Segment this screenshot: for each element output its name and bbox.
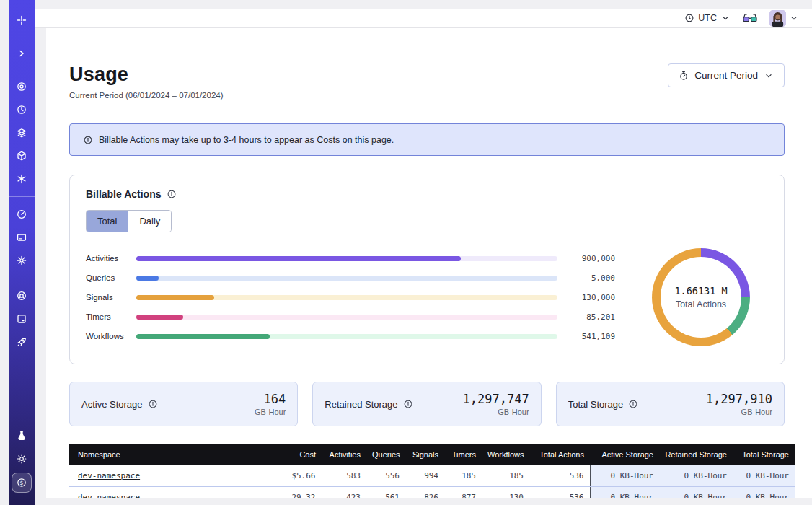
namespace-link[interactable]: dev-namespace	[78, 493, 140, 498]
total-actions-label: Total Actions	[676, 299, 726, 309]
bar-value: 5,000	[570, 273, 615, 283]
bar-label: Queries	[86, 273, 136, 282]
bar-value: 85,201	[570, 312, 615, 322]
chevron-down-icon	[764, 71, 774, 81]
tab-total[interactable]: Total	[87, 211, 128, 232]
billing-card-icon[interactable]	[12, 228, 31, 247]
total-actions-value: 1.66131 M	[674, 285, 727, 297]
storage-card-label: Total Storage	[568, 399, 624, 410]
info-icon	[83, 135, 93, 145]
avatar	[769, 10, 786, 27]
chevron-down-icon	[789, 13, 799, 23]
page-title: Usage	[69, 63, 224, 86]
total-actions-donut: 1.66131 M Total Actions	[652, 248, 750, 346]
col-active-storage: Active Storage	[590, 444, 659, 465]
billable-actions-title: Billable Actions	[86, 188, 162, 200]
bar-label: Timers	[86, 312, 136, 321]
spiral-icon[interactable]	[12, 77, 31, 96]
page-subtitle: Current Period (06/01/2024 – 07/01/2024)	[69, 91, 224, 100]
top-bar: UTC	[35, 9, 812, 28]
cube-icon[interactable]	[12, 146, 31, 165]
col-namespace: Namespace	[69, 444, 250, 465]
info-icon[interactable]	[403, 399, 413, 409]
storage-summary-row: Active Storage 164 GB-Hour Retained Stor…	[69, 382, 785, 426]
col-workflows: Workflows	[482, 444, 529, 465]
table-row: dev-namespace 29.32 423 561 826 877 130 …	[69, 487, 795, 499]
bar-value: 900,000	[570, 254, 615, 263]
temporal-logo-icon[interactable]	[12, 11, 31, 30]
storage-card-unit: GB-Hour	[706, 408, 772, 416]
chevron-down-icon	[720, 13, 731, 23]
col-total-storage: Total Storage	[733, 444, 795, 465]
col-timers: Timers	[444, 444, 482, 465]
flask-icon[interactable]	[12, 426, 31, 445]
storage-card-value: 1,297,910	[706, 392, 772, 406]
total-storage-card: Total Storage 1,297,910 GB-Hour	[556, 382, 785, 426]
info-icon[interactable]	[167, 189, 177, 199]
info-banner-text: Billable Actions may take up to 3-4 hour…	[99, 135, 394, 145]
layers-icon[interactable]	[12, 123, 31, 142]
rocket-icon[interactable]	[12, 333, 31, 351]
usage-dollar-icon[interactable]: $	[12, 473, 32, 493]
docs-icon[interactable]	[12, 309, 31, 328]
storage-card-value: 1,297,747	[463, 392, 529, 406]
billable-actions-card: Billable Actions Total Daily Activities …	[69, 175, 785, 364]
stopwatch-icon	[679, 71, 689, 81]
info-icon[interactable]	[148, 399, 158, 409]
table-row: dev-namespace $5.66 583 556 994 185 185 …	[69, 465, 795, 487]
expand-chevron-icon[interactable]	[12, 44, 31, 63]
bar-workflows: Workflows 541,109	[86, 332, 615, 341]
settings-gear-icon[interactable]	[12, 251, 31, 270]
tab-daily[interactable]: Daily	[128, 211, 171, 232]
timezone-selector[interactable]: UTC	[684, 13, 731, 23]
retained-storage-card: Retained Storage 1,297,747 GB-Hour	[312, 382, 541, 426]
period-selector-label: Current Period	[694, 70, 758, 81]
col-retained-storage: Retained Storage	[659, 444, 733, 465]
storage-card-unit: GB-Hour	[255, 408, 286, 416]
period-selector-button[interactable]: Current Period	[668, 63, 785, 87]
retry-clock-icon[interactable]	[12, 100, 31, 119]
theme-sun-icon[interactable]	[12, 449, 31, 468]
bar-value: 541,109	[570, 332, 615, 341]
bar-timers: Timers 85,201	[86, 312, 615, 322]
col-total-actions: Total Actions	[529, 444, 590, 465]
glasses-icon[interactable]	[742, 12, 758, 24]
main-panel: Usage Current Period (06/01/2024 – 07/01…	[46, 28, 812, 498]
lifebuoy-icon[interactable]	[12, 286, 31, 305]
timezone-label: UTC	[698, 13, 717, 23]
clock-icon	[684, 13, 694, 23]
bar-label: Activities	[86, 254, 136, 263]
gauge-icon[interactable]	[12, 205, 31, 224]
bar-queries: Queries 5,000	[86, 273, 615, 283]
app-sidebar: $	[9, 0, 35, 505]
bar-label: Signals	[86, 293, 136, 302]
bar-signals: Signals 130,000	[86, 293, 615, 302]
storage-card-label: Active Storage	[81, 399, 143, 410]
namespace-usage-table: Namespace Cost Activities Queries Signal…	[69, 444, 795, 498]
col-queries: Queries	[366, 444, 405, 465]
bar-label: Workflows	[86, 332, 136, 341]
info-banner: Billable Actions may take up to 3-4 hour…	[69, 123, 785, 156]
asterisk-icon[interactable]	[12, 170, 31, 188]
col-signals: Signals	[405, 444, 444, 465]
namespace-link[interactable]: dev-namespace	[78, 471, 140, 480]
table-header-row: Namespace Cost Activities Queries Signal…	[69, 444, 795, 465]
bar-activities: Activities 900,000	[86, 254, 615, 263]
billable-bar-chart: Activities 900,000 Queries 5,000 Signals…	[86, 254, 615, 341]
col-activities: Activities	[322, 444, 366, 465]
col-cost: Cost	[250, 444, 322, 465]
svg-text:$: $	[20, 480, 24, 486]
user-menu[interactable]	[769, 10, 799, 27]
bar-value: 130,000	[570, 293, 615, 302]
storage-card-label: Retained Storage	[325, 399, 397, 410]
storage-card-unit: GB-Hour	[463, 408, 529, 416]
storage-card-value: 164	[255, 392, 286, 406]
billable-view-tabs: Total Daily	[86, 210, 172, 232]
info-icon[interactable]	[628, 399, 638, 409]
active-storage-card: Active Storage 164 GB-Hour	[69, 382, 298, 426]
